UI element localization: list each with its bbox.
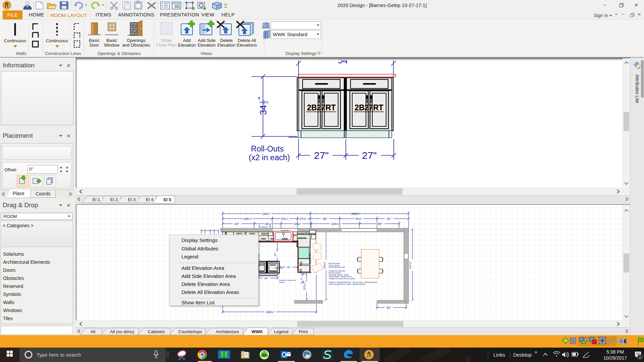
svg-text:2B27RT: 2B27RT <box>258 264 264 266</box>
svg-text:El 3: El 3 <box>128 197 136 202</box>
svg-text:Cabinets: Cabinets <box>148 329 165 334</box>
svg-text:Legend: Legend <box>274 329 288 334</box>
svg-text:2W28⁄3-W: 2W28⁄3-W <box>261 233 268 235</box>
svg-text:2B27RT: 2B27RT <box>270 264 276 266</box>
svg-text:El 2: El 2 <box>110 197 118 202</box>
svg-text:91QD: 91QD <box>300 261 302 265</box>
svg-text:1: 1 <box>639 355 641 359</box>
svg-text:Added the thorton ID door glas: Added the thorton ID door glass <box>329 278 355 280</box>
svg-text:Links: Links <box>493 352 505 358</box>
svg-text:KB15: KB15 <box>270 238 274 240</box>
svg-text:(x2 in each): (x2 in each) <box>249 153 290 162</box>
svg-text:Attributes Lite: Attributes Lite <box>635 74 640 103</box>
svg-text:Desktop: Desktop <box>513 352 532 358</box>
svg-text:53¼": 53¼" <box>281 217 288 221</box>
svg-text:69¼": 69¼" <box>265 222 272 226</box>
svg-text:54": 54" <box>264 277 268 280</box>
svg-text:89": 89" <box>378 222 382 226</box>
svg-text:BBPRG36L: BBPRG36L <box>275 267 283 269</box>
svg-text:40": 40" <box>287 266 291 269</box>
svg-text:All (no dims): All (no dims) <box>110 329 134 334</box>
svg-text:1: 1 <box>259 101 264 104</box>
svg-text:50": 50" <box>386 306 391 309</box>
svg-text:5¾": 5¾" <box>301 277 303 280</box>
svg-text:El 5: El 5 <box>163 197 171 202</box>
svg-text:": " <box>257 97 266 100</box>
svg-text:186¼": 186¼" <box>262 212 271 216</box>
svg-text:Roll-Outs: Roll-Outs <box>251 144 284 153</box>
svg-text:27": 27" <box>362 150 377 161</box>
svg-text:63": 63" <box>234 222 239 226</box>
svg-text:2B27RT: 2B27RT <box>355 103 383 112</box>
svg-text:66": 66" <box>323 217 327 221</box>
svg-text:198¼": 198¼" <box>266 310 274 314</box>
svg-text:42": 42" <box>274 252 277 256</box>
svg-text:104¼": 104¼" <box>331 222 340 226</box>
svg-text:91SD: 91SD <box>300 268 302 273</box>
svg-text:W0746CUB: W0746CUB <box>307 233 316 235</box>
svg-text:Architecture: Architecture <box>216 329 239 334</box>
svg-text:North Falmouth, MA: North Falmouth, MA <box>329 266 345 268</box>
svg-text:El 4: El 4 <box>146 197 153 202</box>
svg-text:148¼": 148¼" <box>323 261 326 269</box>
svg-text:27": 27" <box>314 150 329 161</box>
svg-text:105¼": 105¼" <box>243 217 252 221</box>
svg-text:Doors: Ringed Knob - M376 - Br: Doors: Ringed Knob - M376 - Brushed Nick… <box>329 283 365 285</box>
svg-text:193¼": 193¼" <box>351 212 360 216</box>
svg-text:54¼": 54¼" <box>294 222 301 226</box>
svg-text:76¼": 76¼" <box>355 217 362 221</box>
svg-text:SSSW36-BD: SSSW36-BD <box>298 237 307 239</box>
svg-text:island: island <box>279 281 284 283</box>
svg-text:Type here to search: Type here to search <box>37 352 81 358</box>
svg-text:2: 2 <box>264 101 269 104</box>
svg-text:Print: Print <box>299 329 308 334</box>
svg-text:27¼": 27¼" <box>300 217 307 221</box>
svg-text:All: All <box>91 329 96 334</box>
svg-text:57¾": 57¾" <box>303 283 306 290</box>
svg-text:51": 51" <box>387 217 391 221</box>
svg-text:Countertops: Countertops <box>178 329 202 334</box>
svg-text:5:38 PM: 5:38 PM <box>606 349 624 355</box>
svg-text:WWK: WWK <box>252 329 263 334</box>
svg-text:»: » <box>535 349 537 355</box>
svg-text:3DB21: 3DB21 <box>261 238 266 240</box>
svg-text:2B27RT: 2B27RT <box>307 103 336 112</box>
svg-text:34: 34 <box>258 105 268 115</box>
svg-text:El 1: El 1 <box>93 197 100 202</box>
svg-text:Panels to wrap the: Panels to wrap the <box>279 279 296 281</box>
svg-text:147¾": 147¾" <box>409 261 412 269</box>
svg-text:2SRB36: 2SRB36 <box>282 238 288 240</box>
svg-text:2W27⁄2W274: 2W27⁄2W274 <box>297 233 306 235</box>
svg-text:10/29/2017: 10/29/2017 <box>603 355 627 361</box>
